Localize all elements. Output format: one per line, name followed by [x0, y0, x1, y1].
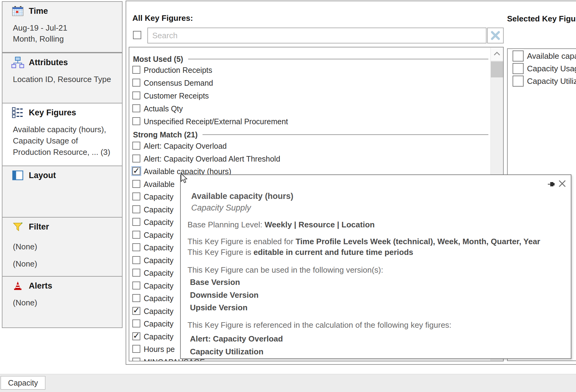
- list-item-label[interactable]: Capacity: [144, 332, 173, 341]
- list-item-checkbox[interactable]: [132, 358, 140, 362]
- list-item-label[interactable]: Actuals Qty: [144, 104, 183, 113]
- selected-item-checkbox[interactable]: [513, 63, 524, 74]
- list-item-label[interactable]: Capacity: [144, 307, 173, 316]
- list-item-checkbox[interactable]: ✓: [132, 167, 140, 175]
- sidebar-section-filter[interactable]: Filter(None)(None): [2, 217, 123, 277]
- key-figures-icon: [11, 107, 25, 118]
- sidebar-section-line: (None): [13, 255, 119, 272]
- list-item-checkbox[interactable]: [132, 218, 140, 226]
- sidebar-section-label: Attributes: [29, 58, 68, 67]
- search-select-all-checkbox[interactable]: [133, 31, 141, 39]
- list-item-checkbox[interactable]: ✓: [132, 332, 140, 340]
- list-item-checkbox[interactable]: [132, 142, 140, 150]
- sidebar-section-line: Capacity Usage of: [13, 135, 119, 147]
- clear-x-icon: [489, 31, 502, 40]
- list-item-checkbox[interactable]: [132, 155, 140, 162]
- list-item[interactable]: Customer Receipts: [129, 90, 503, 102]
- list-item[interactable]: Alert: Capacity Overload Alert Threshold: [129, 153, 503, 165]
- sidebar-section-label: Layout: [29, 171, 56, 180]
- scrollbar-thumb[interactable]: [491, 62, 503, 77]
- list-item[interactable]: Unspecified Receipt/External Procurement: [129, 115, 503, 128]
- checkmark-icon: ✓: [133, 331, 140, 340]
- tooltip-enabled-for: This Key Figure is enabled for Time Prof…: [188, 237, 540, 246]
- group-header: Most Used (5): [133, 55, 488, 63]
- sidebar-section-alerts[interactable]: Alerts(None): [2, 276, 123, 328]
- list-item-label[interactable]: Customer Receipts: [144, 91, 209, 100]
- sidebar-section-key-figures[interactable]: Key FiguresAvailable capacity (hours),Ca…: [2, 103, 123, 166]
- list-item-label[interactable]: Capacity: [144, 294, 173, 303]
- list-item-label[interactable]: Hours pe: [144, 345, 175, 354]
- sidebar-section-lines: Location ID, Resource Type: [13, 74, 119, 85]
- scroll-up-button[interactable]: [491, 47, 503, 61]
- close-icon[interactable]: [558, 179, 567, 188]
- sidebar-section-time[interactable]: TimeAug-19 - Jul-21Month, Rolling: [2, 1, 123, 53]
- tooltip-version: Base Version: [190, 278, 240, 287]
- list-item-label[interactable]: Alert: Capacity Overload Alert Threshold: [144, 155, 280, 163]
- list-item-label[interactable]: Unspecified Receipt/External Procurement: [144, 117, 288, 126]
- filter-icon: [11, 222, 25, 231]
- list-item-label[interactable]: Capacity: [144, 256, 173, 265]
- selected-item-checkbox[interactable]: [513, 76, 524, 87]
- list-item-checkbox[interactable]: [132, 345, 140, 353]
- sidebar-section-attributes[interactable]: AttributesLocation ID, Resource Type: [2, 53, 123, 103]
- selected-key-figure-item[interactable]: Capacity Usage of Production Resource: [508, 62, 576, 75]
- list-item-label[interactable]: Capacity: [144, 269, 173, 278]
- list-item[interactable]: Consensus Demand: [129, 77, 503, 89]
- list-item-checkbox[interactable]: [132, 294, 140, 302]
- list-item-checkbox[interactable]: [132, 79, 140, 87]
- list-item-checkbox[interactable]: [132, 205, 140, 213]
- search-input[interactable]: [147, 28, 487, 43]
- sidebar-section-header: Filter: [11, 221, 49, 233]
- list-item-label[interactable]: Capacity: [144, 205, 173, 214]
- list-item-checkbox[interactable]: [132, 243, 140, 251]
- sidebar-section-label: Time: [29, 6, 48, 16]
- list-item-label[interactable]: Capacity: [144, 282, 173, 290]
- selected-key-figure-item[interactable]: Available capacity (hours): [508, 50, 576, 62]
- list-item-checkbox[interactable]: [132, 117, 140, 125]
- list-item[interactable]: Actuals Qty: [129, 103, 503, 115]
- selected-item-label[interactable]: Capacity Utilization: [527, 77, 576, 86]
- list-item-label[interactable]: Available: [144, 180, 175, 189]
- tab-capacity[interactable]: Capacity: [1, 376, 45, 390]
- sidebar-section-header: Alerts: [11, 280, 52, 292]
- sidebar-section-header: Time: [11, 5, 48, 17]
- selected-item-checkbox[interactable]: [513, 50, 524, 62]
- list-item-label[interactable]: Capacity: [144, 243, 173, 252]
- list-item-checkbox[interactable]: ✓: [132, 307, 140, 315]
- list-item-label[interactable]: Capacity: [144, 218, 173, 227]
- checkmark-icon: ✓: [133, 306, 140, 314]
- selected-item-label[interactable]: Available capacity (hours): [527, 51, 576, 61]
- selected-item-label[interactable]: Capacity Usage of Production Resource: [527, 64, 576, 73]
- list-item-checkbox[interactable]: [132, 319, 140, 327]
- list-item-checkbox[interactable]: [132, 192, 140, 200]
- bottom-tab-strip: Capacity: [0, 374, 576, 392]
- selected-key-figure-item[interactable]: Capacity Utilization: [508, 75, 576, 87]
- list-item-label[interactable]: Alert: Capacity Overload: [144, 142, 227, 151]
- list-item-checkbox[interactable]: [132, 180, 140, 188]
- list-item-checkbox[interactable]: [132, 231, 140, 239]
- list-item-checkbox[interactable]: [132, 282, 140, 289]
- group-header-label: Most Used (5): [133, 55, 183, 64]
- list-item-checkbox[interactable]: [132, 91, 140, 99]
- pin-icon[interactable]: [547, 181, 556, 188]
- list-item[interactable]: Production Receipts: [129, 64, 503, 76]
- list-item-checkbox[interactable]: [132, 66, 140, 74]
- checkmark-icon: ✓: [133, 166, 140, 175]
- tooltip-versions-intro: This Key Figure can be used in the follo…: [188, 265, 383, 275]
- list-item-label[interactable]: Consensus Demand: [144, 79, 213, 88]
- list-item-label[interactable]: Capacity: [144, 319, 173, 328]
- tooltip-version: Downside Version: [190, 290, 259, 300]
- list-item-label[interactable]: Production Receipts: [144, 66, 212, 75]
- list-item-label[interactable]: Capacity: [144, 192, 173, 201]
- tooltip-referenced-kf: Capacity Utilization: [190, 347, 263, 357]
- alert-icon: [11, 281, 25, 290]
- list-item-checkbox[interactable]: [132, 256, 140, 264]
- tooltip-referenced-intro: This Key Figure is referenced in the cal…: [188, 320, 451, 330]
- tooltip-referenced-kf: Alert: Capacity Overload: [190, 334, 283, 344]
- search-clear-button[interactable]: [487, 28, 504, 43]
- list-item[interactable]: Alert: Capacity Overload: [129, 140, 503, 152]
- list-item-checkbox[interactable]: [132, 269, 140, 277]
- list-item-checkbox[interactable]: [132, 104, 140, 112]
- sidebar-section-layout[interactable]: Layout: [2, 166, 123, 218]
- list-item-label[interactable]: Capacity: [144, 231, 173, 240]
